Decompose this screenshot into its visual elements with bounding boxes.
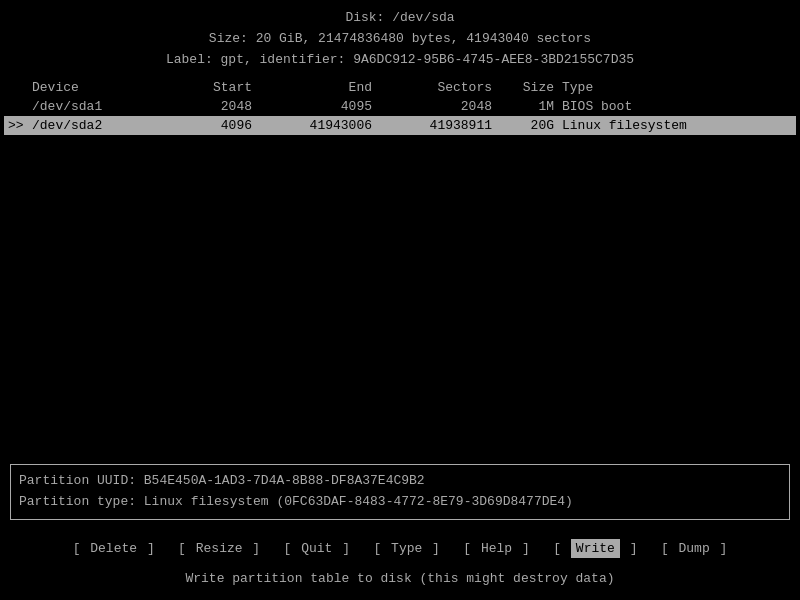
- disk-title: Disk: /dev/sda: [0, 8, 800, 29]
- col-header-start: Start: [152, 80, 272, 95]
- status-bar: Write partition table to disk (this migh…: [0, 571, 800, 586]
- sectors-sda1: 2048: [392, 99, 512, 114]
- sectors-sda2: 41938911: [392, 118, 512, 133]
- start-sda2: 4096: [152, 118, 272, 133]
- col-header-device: Device: [32, 80, 152, 95]
- partition-table: Device Start End Sectors Size Type /dev/…: [0, 78, 800, 135]
- menu-quit[interactable]: Quit: [301, 541, 332, 556]
- type-sda1: BIOS boot: [562, 99, 792, 114]
- info-line1: Partition UUID: B54E450A-1AD3-7D4A-8B88-…: [19, 471, 781, 492]
- end-sda2: 41943006: [272, 118, 392, 133]
- col-header-size: Size: [512, 80, 562, 95]
- partition-info-box: Partition UUID: B54E450A-1AD3-7D4A-8B88-…: [10, 464, 790, 520]
- end-sda1: 4095: [272, 99, 392, 114]
- device-sda1: /dev/sda1: [32, 99, 152, 114]
- disk-label-line: Label: gpt, identifier: 9A6DC912-95B6-47…: [0, 50, 800, 71]
- col-header-end: End: [272, 80, 392, 95]
- partition-row-sda1[interactable]: /dev/sda1 2048 4095 2048 1M BIOS boot: [4, 97, 796, 116]
- partition-row-sda2[interactable]: >> /dev/sda2 4096 41943006 41938911 20G …: [4, 116, 796, 135]
- row-indicator-sda2: >>: [8, 118, 32, 133]
- menu-type[interactable]: Type: [391, 541, 422, 556]
- menu-write[interactable]: Write: [571, 539, 620, 558]
- col-header-type: Type: [562, 80, 792, 95]
- start-sda1: 2048: [152, 99, 272, 114]
- terminal-screen: Disk: /dev/sda Size: 20 GiB, 21474836480…: [0, 0, 800, 600]
- indicator-header: [8, 80, 32, 95]
- disk-size-line: Size: 20 GiB, 21474836480 bytes, 4194304…: [0, 29, 800, 50]
- menu-resize[interactable]: Resize: [196, 541, 243, 556]
- menu-bar: [ Delete ] [ Resize ] [ Quit ] [ Type ] …: [0, 541, 800, 556]
- menu-dump[interactable]: Dump: [679, 541, 710, 556]
- size-sda2: 20G: [512, 118, 562, 133]
- info-line2: Partition type: Linux filesystem (0FC63D…: [19, 492, 781, 513]
- col-header-sectors: Sectors: [392, 80, 512, 95]
- disk-header: Disk: /dev/sda Size: 20 GiB, 21474836480…: [0, 0, 800, 70]
- menu-delete[interactable]: Delete: [90, 541, 137, 556]
- status-text: Write partition table to disk (this migh…: [185, 571, 614, 586]
- size-sda1: 1M: [512, 99, 562, 114]
- menu-help[interactable]: Help: [481, 541, 512, 556]
- type-sda2: Linux filesystem: [562, 118, 792, 133]
- row-indicator-sda1: [8, 99, 32, 114]
- device-sda2: /dev/sda2: [32, 118, 152, 133]
- table-header-row: Device Start End Sectors Size Type: [4, 78, 796, 97]
